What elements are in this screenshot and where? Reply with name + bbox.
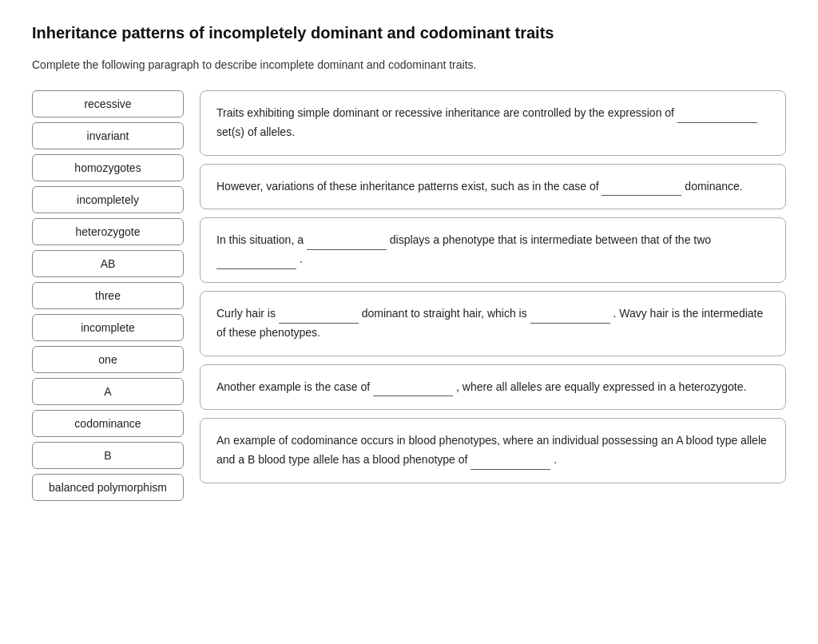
word-card-codominance[interactable]: codominance	[32, 410, 184, 437]
sentence-box-1: Traits exhibiting simple dominant or rec…	[200, 90, 786, 156]
sentence-box-5: Another example is the case of , where a…	[200, 364, 786, 411]
word-card-heterozygote[interactable]: heterozygote	[32, 218, 184, 245]
word-card-homozygotes[interactable]: homozygotes	[32, 154, 184, 181]
main-layout: recessiveinvarianthomozygotesincompletel…	[32, 90, 786, 501]
word-card-balanced-polymorphism[interactable]: balanced polymorphism	[32, 474, 184, 501]
word-card-one[interactable]: one	[32, 346, 184, 373]
word-bank: recessiveinvarianthomozygotesincompletel…	[32, 90, 200, 501]
blank-1[interactable]	[677, 110, 757, 122]
blank-6[interactable]	[471, 458, 550, 470]
page-title: Inheritance patterns of incompletely dom…	[32, 24, 786, 42]
word-card-AB[interactable]: AB	[32, 250, 184, 277]
instructions-text: Complete the following paragraph to desc…	[32, 58, 786, 71]
blank-4a[interactable]	[279, 311, 359, 323]
blank-5[interactable]	[373, 384, 453, 396]
blank-3b[interactable]	[216, 257, 296, 269]
word-card-three[interactable]: three	[32, 282, 184, 309]
word-card-B[interactable]: B	[32, 442, 184, 469]
blank-3a[interactable]	[307, 238, 387, 250]
word-card-incomplete[interactable]: incomplete	[32, 314, 184, 341]
sentence-box-2: However, variations of these inheritance…	[200, 164, 786, 210]
word-card-incompletely[interactable]: incompletely	[32, 186, 184, 213]
word-card-recessive[interactable]: recessive	[32, 90, 184, 117]
word-card-A[interactable]: A	[32, 378, 184, 405]
word-card-invariant[interactable]: invariant	[32, 122, 184, 149]
blank-2[interactable]	[602, 184, 681, 196]
blank-4b[interactable]	[530, 311, 610, 323]
sentence-box-3: In this situation, a displays a phenotyp…	[200, 217, 786, 283]
sentence-box-6: An example of codominance occurs in bloo…	[200, 418, 786, 483]
sentence-box-4: Curly hair is dominant to straight hair,…	[200, 291, 786, 356]
sentence-panel: Traits exhibiting simple dominant or rec…	[200, 90, 786, 483]
